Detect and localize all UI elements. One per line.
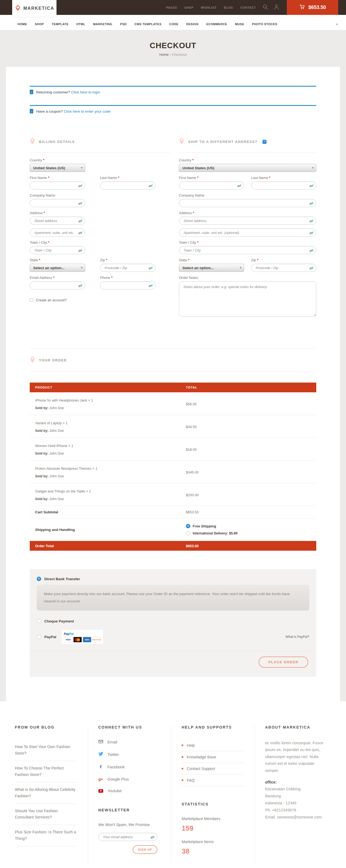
top-nav-wishlist[interactable]: WISHLIST [201, 6, 216, 9]
nav-more-chevrons-icon[interactable]: » [336, 22, 338, 26]
cart-subtotal-label: Cart Subtotal [30, 510, 186, 514]
main-nav-item[interactable]: MARKETING [93, 23, 112, 26]
create-account-checkbox[interactable] [30, 298, 33, 302]
main-nav-item[interactable]: PSD [120, 23, 127, 26]
free-shipping-label: Free Shipping [193, 524, 216, 528]
coupon-link[interactable]: Click here to enter your code [64, 110, 110, 114]
autofill-icon [150, 835, 154, 839]
top-nav-contact[interactable]: CONTACT [240, 6, 256, 9]
product-total: $345.00 [186, 466, 316, 478]
youtube-icon [98, 789, 103, 793]
cheque-payment-label: Cheque Payment [44, 619, 74, 623]
billing-email-input[interactable] [30, 282, 85, 289]
autofill-icon [309, 184, 314, 188]
billing-company-input[interactable] [30, 199, 85, 207]
shipping-state-label: State [179, 258, 187, 262]
social-link-google-plus[interactable]: g+ Google Plus [98, 777, 161, 781]
shipping-town-label: Town / City [179, 241, 196, 245]
blog-link[interactable]: What is So Alluring About Celebrity Fash… [15, 782, 77, 804]
billing-apartment-input[interactable] [30, 229, 85, 236]
main-nav-item[interactable]: HOME [18, 23, 27, 26]
breadcrumb-home[interactable]: Home [159, 53, 169, 57]
billing-town-input[interactable] [30, 246, 85, 254]
autofill-icon [148, 184, 153, 188]
main-nav-items: HOME SHOP TEMPLATE HTML MARKETING PSD CM… [18, 23, 336, 26]
top-nav-pages[interactable]: PAGES [166, 6, 177, 9]
shipping-row: Shipping and Handling Free Shipping Inte… [30, 519, 316, 541]
info-icon: i [30, 109, 33, 114]
billing-country-label: Country [30, 158, 42, 162]
billing-state-select[interactable]: Select an option... [30, 264, 85, 272]
shipping-section: SHIP TO A DIFFERENT ADDRESS? ✓ Country *… [179, 138, 316, 321]
order-notes-textarea[interactable] [179, 281, 316, 316]
radio-international-delivery[interactable] [186, 531, 190, 535]
billing-zip-input[interactable] [100, 264, 155, 272]
main-nav-item[interactable]: ECOMMERCE [206, 23, 227, 26]
shipping-first-name-input[interactable] [179, 182, 244, 189]
top-nav-shop[interactable]: SHOP [184, 6, 194, 9]
billing-phone-label: Phone [100, 276, 110, 280]
help-link[interactable]: Contact Support [182, 763, 244, 775]
blog-link[interactable]: Should You Use Fashion Consultant Servic… [15, 804, 77, 825]
radio-free-shipping[interactable] [186, 524, 190, 528]
social-link-facebook[interactable]: f Facebook [98, 764, 161, 770]
newsletter-signup-button[interactable]: SIGN UP [133, 845, 157, 854]
blog-link[interactable]: How To Start Your Own Fashion Store? [15, 740, 77, 761]
order-table: PRODUCT TOTAL iPhone 5s with Headphones … [30, 382, 316, 551]
user-account-icon[interactable] [274, 4, 279, 11]
billing-first-name-input[interactable] [30, 182, 85, 189]
help-link[interactable]: Knowladge Base [182, 751, 244, 763]
breadcrumb: Home › Checkout [0, 53, 346, 57]
sold-by-label: Sold by: [35, 429, 48, 433]
radio-cheque-payment[interactable] [37, 619, 41, 623]
login-link[interactable]: Click here to login [71, 90, 100, 94]
main-nav-item[interactable]: CODE [169, 23, 178, 26]
shipping-company-input[interactable] [179, 199, 316, 207]
social-link-email[interactable]: Email [98, 740, 161, 745]
cart-button[interactable]: $653.50 [287, 0, 338, 15]
shipping-state-select[interactable]: Select an option... [179, 264, 244, 272]
office-line: Bandung. [265, 793, 328, 800]
top-nav-blog[interactable]: BLOG [224, 6, 233, 9]
autofill-icon [78, 248, 82, 253]
square-bullet-icon [182, 768, 183, 770]
main-nav-item[interactable]: PHOTO STOCKS [252, 23, 277, 26]
blog-link[interactable]: How To Choose The Perfect Fashion Store? [15, 761, 77, 782]
radio-direct-bank-transfer[interactable] [37, 577, 41, 581]
search-icon[interactable] [263, 4, 268, 11]
shipping-apartment-input[interactable] [179, 229, 316, 236]
shipping-address-label: Address [179, 211, 192, 215]
main-nav-item[interactable]: CMS TEMPLATES [134, 23, 161, 26]
shipping-zip-input[interactable] [251, 264, 316, 272]
visa-icon: VISA [64, 637, 72, 643]
what-is-paypal-link[interactable]: What is PayPal? [285, 635, 309, 639]
shipping-street-input[interactable] [179, 217, 316, 224]
billing-last-name-input[interactable] [100, 182, 155, 189]
radio-paypal[interactable] [37, 634, 41, 639]
help-link[interactable]: Help [182, 740, 244, 751]
shipping-country-select[interactable]: United States (US) [179, 164, 316, 172]
shipping-town-input[interactable] [179, 246, 316, 254]
newsletter-email-input[interactable] [99, 833, 157, 841]
social-link-twitter[interactable]: Twitter [98, 752, 161, 757]
main-nav-item[interactable]: DESIGN [186, 23, 198, 26]
main-nav-item[interactable]: HTML [76, 23, 85, 26]
main-nav-item[interactable]: TEMPLATE [51, 23, 68, 26]
blog-link[interactable]: Plus Size Fashion: Is There Such a Thing… [15, 825, 77, 846]
main-nav-item[interactable]: SHOP [35, 23, 44, 26]
billing-country-select[interactable]: United States (US) [30, 164, 85, 172]
page-hero: CHECKOUT Home › Checkout [0, 30, 346, 67]
help-link[interactable]: FAQ [182, 775, 244, 786]
ship-different-checkbox[interactable]: ✓ [263, 140, 267, 144]
breadcrumb-separator: › [170, 53, 171, 57]
main-nav-item[interactable]: MUSE [235, 23, 244, 26]
shipping-last-name-input[interactable] [251, 182, 316, 189]
place-order-button[interactable]: PLACE ORDER [259, 656, 308, 668]
footer-about-title: ABOUT MARKETICA [265, 725, 328, 730]
brand-logo[interactable]: MARKETICA [12, 0, 57, 17]
social-link-youtube[interactable]: Youtube [98, 789, 161, 793]
billing-phone-input[interactable] [100, 282, 155, 289]
footer-blog-column: FROM OUR BLOG How To Start Your Own Fash… [15, 725, 88, 863]
login-notice-text: Returning customer? [36, 90, 70, 94]
billing-street-input[interactable] [30, 217, 85, 224]
